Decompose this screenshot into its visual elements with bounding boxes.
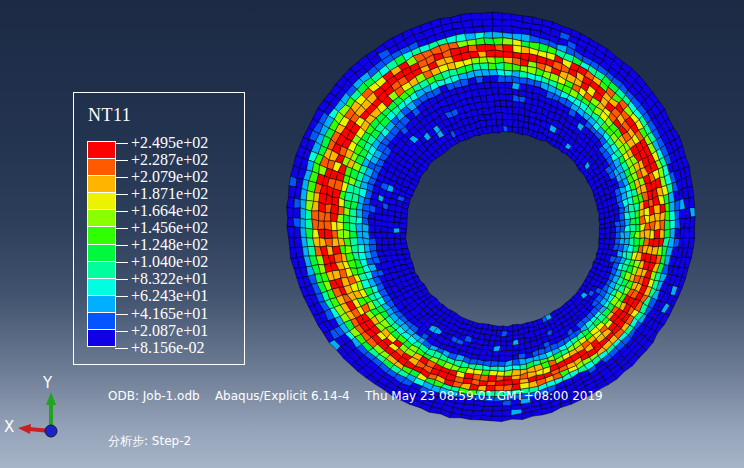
legend-value-label: +6.243e+01 [131,287,208,305]
legend-swatch [87,295,116,313]
legend-tick [115,143,128,144]
legend-value-label: +2.495e+02 [131,134,208,152]
odb-title-line: ODB: Job-1.odb Abaqus/Explicit 6.14-4 Th… [108,389,603,403]
step-line: 分析步: Step-2 [108,435,362,449]
legend-value-label: +2.087e+01 [131,322,208,340]
legend-swatches [87,142,114,347]
legend-value-label: +4.165e+01 [131,305,208,323]
abaqus-viewport[interactable]: NT11 +2.495e+02+2.287e+02+2.079e+02+1.87… [0,0,744,468]
legend-tick [115,194,128,195]
legend-tick [115,211,128,212]
triad-y-label: Y [42,374,53,392]
legend-swatch [87,175,116,193]
legend-tick [115,228,128,229]
legend-value-label: +1.040e+02 [131,253,208,271]
legend-tick [115,331,128,332]
mesh-cells [287,12,696,421]
legend-value-label: +8.156e-02 [131,339,204,357]
legend-swatch [87,244,116,262]
contour-legend: NT11 +2.495e+02+2.287e+02+2.079e+02+1.87… [73,92,245,365]
triad-x-label: X [4,418,14,436]
view-triad: Y X [0,372,80,452]
legend-swatch [87,261,116,279]
legend-swatch [87,226,116,244]
legend-value-label: +2.287e+02 [131,151,208,169]
legend-swatch [87,329,116,347]
legend-swatch [87,158,116,176]
legend-tick [115,348,128,349]
legend-tick [115,296,128,297]
legend-swatch [87,312,116,330]
legend-tick [115,245,128,246]
legend-value-label: +1.248e+02 [131,236,208,254]
legend-title: NT11 [88,105,131,126]
legend-tick [115,279,128,280]
legend-tick [115,177,128,178]
legend-value-label: +8.322e+01 [131,270,208,288]
legend-tick [115,160,128,161]
legend-swatch [87,209,116,227]
legend-value-label: +2.079e+02 [131,168,208,186]
legend-tick [115,314,128,315]
legend-value-label: +1.871e+02 [131,185,208,203]
triad-z-axis-icon [45,425,57,437]
legend-tick [115,262,128,263]
state-block: 分析步: Step-2 Increment 910585: Step Time … [108,407,362,468]
legend-value-label: +1.664e+02 [131,202,208,220]
legend-swatch [87,192,116,210]
legend-value-label: +1.456e+02 [131,219,208,237]
legend-swatch [87,278,116,296]
legend-swatch [87,141,116,159]
